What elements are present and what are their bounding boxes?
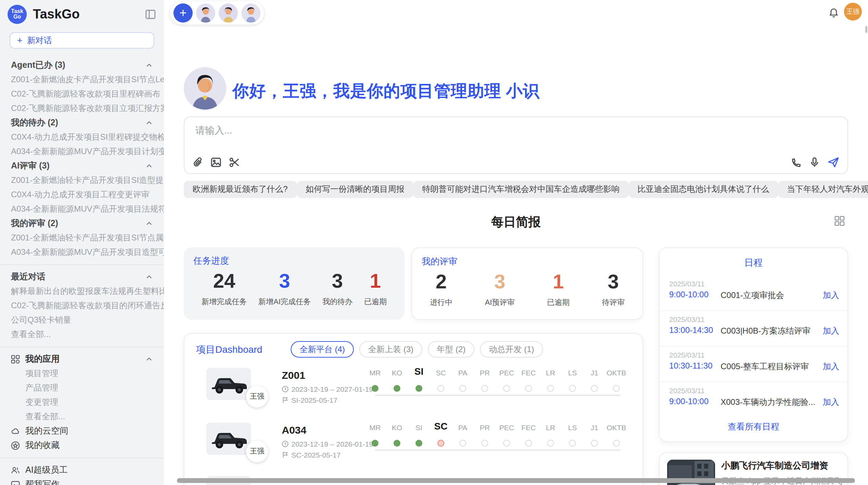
sidebar-item[interactable]: Z001-全新燃油皮卡产品开发项目SI节点Lesson Learn报告: [0, 73, 164, 87]
notifications-bell-icon[interactable]: [828, 7, 839, 18]
milestone-ls[interactable]: LS: [562, 364, 583, 392]
chevron-up-icon[interactable]: [145, 162, 153, 170]
suggestion-chip[interactable]: 如何写一份清晰的项目周报: [297, 181, 413, 198]
event-join-link[interactable]: 加入: [823, 290, 839, 301]
milestone-dot[interactable]: [525, 440, 532, 447]
image-icon[interactable]: [210, 157, 221, 168]
milestone-mr[interactable]: MR: [364, 419, 386, 447]
sidebar-recent-header[interactable]: 最近对话: [0, 270, 164, 284]
milestone-fec[interactable]: FEC: [518, 364, 540, 392]
milestone-dot[interactable]: [503, 385, 510, 392]
milestone-dot[interactable]: [591, 385, 598, 392]
milestone-ls[interactable]: LS: [562, 419, 583, 447]
milestone-dot[interactable]: [569, 440, 576, 447]
paperclip-icon[interactable]: [193, 157, 203, 168]
app-sub-item[interactable]: 查看全部...: [0, 410, 164, 424]
chevron-up-icon[interactable]: [145, 62, 153, 69]
recent-conversation-item[interactable]: 解释最新出台的欧盟报废车法规再生塑料比例被调至15%...: [0, 284, 164, 299]
add-conversation-button[interactable]: +: [173, 3, 193, 23]
sidebar-item[interactable]: A034-全新新能源MUV产品开发项目计划变更表编写: [0, 145, 164, 159]
sidebar-item[interactable]: C0X4-动力总成开发项目SI里程碑提交物检查: [0, 130, 164, 145]
dashboard-filter-chip[interactable]: 全新上装 (3): [359, 341, 422, 358]
milestone-pa[interactable]: PA: [452, 419, 474, 447]
sidebar-tool-people[interactable]: AI超级员工: [0, 463, 164, 477]
avatar-3[interactable]: [241, 3, 261, 23]
milestone-dot[interactable]: [481, 385, 488, 392]
dashboard-filter-chip[interactable]: 动总开发 (1): [480, 341, 543, 358]
sidebar-item[interactable]: C02-飞腾新能源轻客改款项目里程碑画布: [0, 87, 164, 101]
milestone-si[interactable]: SI: [408, 364, 430, 392]
milestone-dot[interactable]: [547, 440, 554, 447]
recent-conversation-item[interactable]: 查看全部...: [0, 327, 164, 342]
view-all-schedule-link[interactable]: 查看所有日程: [660, 421, 847, 433]
suggestion-chip[interactable]: 欧洲新规最近颁布了什么?: [184, 181, 297, 198]
milestone-dot[interactable]: [415, 385, 422, 392]
milestone-pec[interactable]: PEC: [496, 364, 518, 392]
dashboard-filter-chip[interactable]: 年型 (2): [428, 341, 474, 358]
milestone-sc[interactable]: SC: [430, 419, 452, 447]
recent-conversation-item[interactable]: C02-飞腾新能源轻客改款项目的闭环通告反馈情况: [0, 299, 164, 313]
sidebar-tool-picture[interactable]: 帮我写作: [0, 477, 164, 485]
phone-icon[interactable]: [791, 157, 801, 167]
chevron-up-icon[interactable]: [145, 119, 153, 127]
send-icon[interactable]: [828, 157, 839, 168]
microphone-icon[interactable]: [810, 157, 819, 168]
sidebar-collapse-icon[interactable]: [145, 10, 156, 19]
chevron-up-icon[interactable]: [145, 356, 153, 363]
milestone-dot[interactable]: [547, 385, 554, 392]
milestone-j1[interactable]: J1: [583, 419, 605, 447]
milestone-dot[interactable]: [372, 385, 378, 392]
layout-grid-icon[interactable]: [834, 216, 845, 226]
milestone-dot[interactable]: [437, 440, 444, 447]
avatar-1[interactable]: [196, 3, 215, 23]
milestone-dot[interactable]: [525, 385, 532, 392]
app-sub-item[interactable]: 项目管理: [0, 366, 164, 381]
chevron-up-icon[interactable]: [145, 273, 153, 281]
suggestion-chip[interactable]: 特朗普可能对进口汽车增税会对中国车企造成哪些影响: [413, 181, 628, 198]
sidebar-section-header[interactable]: 我的评审 (2): [0, 216, 164, 231]
new-chat-button[interactable]: + 新对话: [10, 32, 154, 49]
avatar-2[interactable]: [219, 3, 238, 23]
sidebar-item[interactable]: A034-全新新能源MUV产品开发项目造型可行性评审: [0, 245, 164, 260]
milestone-pr[interactable]: PR: [474, 364, 496, 392]
suggestion-chip[interactable]: 比亚迪全固态电池计划具体说了什么: [628, 181, 778, 198]
suggestion-chip[interactable]: 当下年轻人对汽车外观有怎样的喜好趋势: [778, 181, 868, 198]
milestone-pa[interactable]: PA: [452, 364, 474, 392]
milestone-dot[interactable]: [394, 440, 400, 447]
milestone-oktb[interactable]: OKTB: [605, 419, 627, 447]
milestone-dot[interactable]: [613, 440, 620, 447]
milestone-j1[interactable]: J1: [583, 364, 605, 392]
milestone-pr[interactable]: PR: [474, 419, 496, 447]
milestone-dot[interactable]: [394, 385, 400, 392]
milestone-dot[interactable]: [569, 385, 576, 392]
milestone-dot[interactable]: [459, 385, 466, 392]
app-sub-item[interactable]: 产品管理: [0, 381, 164, 395]
milestone-lr[interactable]: LR: [540, 364, 562, 392]
milestone-dot[interactable]: [372, 440, 378, 447]
app-sub-item[interactable]: 变更管理: [0, 395, 164, 410]
milestone-dot[interactable]: [415, 440, 422, 447]
milestone-oktb[interactable]: OKTB: [605, 364, 627, 392]
sidebar-item[interactable]: C02-飞腾新能源轻客改款项目立项汇报方案: [0, 101, 164, 116]
sidebar-item[interactable]: A034-全新新能源MUV产品开发项目法规符合性评审: [0, 202, 164, 216]
sidebar-item-cloud[interactable]: 我的云空间: [0, 424, 164, 438]
dashboard-filter-chip[interactable]: 全新平台 (4): [291, 341, 354, 358]
milestone-dot[interactable]: [503, 440, 510, 447]
sidebar-item[interactable]: Z001-全新燃油轻卡产品开发项目SI节点属性5D文件评审: [0, 231, 164, 245]
milestone-pec[interactable]: PEC: [496, 419, 518, 447]
milestone-mr[interactable]: MR: [364, 364, 386, 392]
sidebar-item[interactable]: Z001-全新燃油轻卡产品开发项目SI造型提交物评审: [0, 173, 164, 188]
milestone-fec[interactable]: FEC: [518, 419, 540, 447]
chat-input[interactable]: [194, 124, 677, 136]
sidebar-section-header[interactable]: AI评审 (3): [0, 159, 164, 173]
milestone-dot[interactable]: [613, 385, 620, 392]
chevron-up-icon[interactable]: [145, 220, 153, 227]
milestone-si[interactable]: SI: [408, 419, 430, 447]
sidebar-item[interactable]: C0X4-动力总成开发项目工程变更评审: [0, 188, 164, 202]
milestone-sc[interactable]: SC: [430, 364, 452, 392]
sidebar-section-header[interactable]: Agent已办 (3): [0, 58, 164, 73]
horizontal-scrollbar[interactable]: [177, 478, 855, 483]
event-join-link[interactable]: 加入: [823, 325, 839, 337]
event-join-link[interactable]: 加入: [823, 361, 839, 373]
milestone-dot[interactable]: [459, 440, 466, 447]
